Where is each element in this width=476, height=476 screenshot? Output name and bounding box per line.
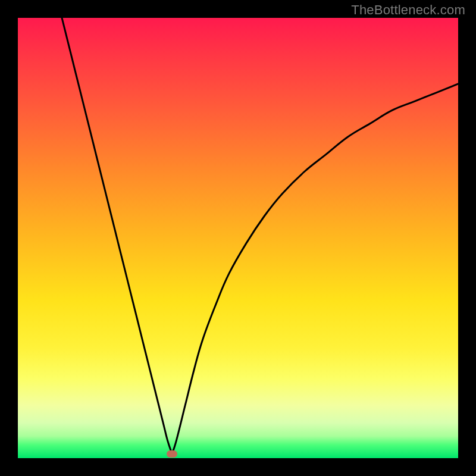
optimal-point-marker bbox=[167, 450, 177, 458]
watermark-text: TheBottleneck.com bbox=[351, 2, 465, 18]
chart-frame: TheBottleneck.com bbox=[0, 0, 476, 476]
plot-area bbox=[18, 18, 458, 458]
